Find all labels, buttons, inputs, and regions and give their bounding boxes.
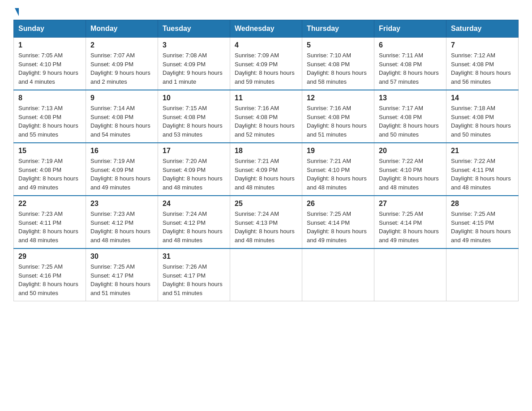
calendar-cell: 19Sunrise: 7:21 AMSunset: 4:10 PMDayligh… <box>302 143 374 196</box>
day-info: Sunrise: 7:17 AMSunset: 4:08 PMDaylight:… <box>379 104 442 139</box>
day-info: Sunrise: 7:22 AMSunset: 4:10 PMDaylight:… <box>379 157 442 192</box>
calendar-table: SundayMondayTuesdayWednesdayThursdayFrid… <box>13 20 519 301</box>
day-number: 31 <box>163 253 225 261</box>
day-number: 11 <box>235 94 297 102</box>
calendar-cell: 12Sunrise: 7:16 AMSunset: 4:08 PMDayligh… <box>302 90 374 143</box>
calendar-cell <box>302 248 374 301</box>
calendar-week-row: 8Sunrise: 7:13 AMSunset: 4:08 PMDaylight… <box>14 90 519 143</box>
weekday-header-monday: Monday <box>86 20 158 38</box>
calendar-cell: 26Sunrise: 7:25 AMSunset: 4:14 PMDayligh… <box>302 196 374 248</box>
day-info: Sunrise: 7:23 AMSunset: 4:11 PMDaylight:… <box>18 210 81 244</box>
calendar-cell: 10Sunrise: 7:15 AMSunset: 4:08 PMDayligh… <box>158 90 230 143</box>
day-number: 28 <box>451 200 514 208</box>
calendar-cell: 11Sunrise: 7:16 AMSunset: 4:08 PMDayligh… <box>230 90 302 143</box>
calendar-cell: 4Sunrise: 7:09 AMSunset: 4:09 PMDaylight… <box>230 38 302 90</box>
day-info: Sunrise: 7:16 AMSunset: 4:08 PMDaylight:… <box>235 104 297 139</box>
day-info: Sunrise: 7:19 AMSunset: 4:09 PMDaylight:… <box>90 157 153 192</box>
day-number: 6 <box>379 41 442 49</box>
calendar-cell: 2Sunrise: 7:07 AMSunset: 4:09 PMDaylight… <box>86 38 158 90</box>
calendar-cell: 9Sunrise: 7:14 AMSunset: 4:08 PMDaylight… <box>86 90 158 143</box>
calendar-cell: 27Sunrise: 7:25 AMSunset: 4:14 PMDayligh… <box>374 196 446 248</box>
day-number: 27 <box>379 200 442 208</box>
day-info: Sunrise: 7:21 AMSunset: 4:10 PMDaylight:… <box>307 157 369 192</box>
day-info: Sunrise: 7:14 AMSunset: 4:08 PMDaylight:… <box>90 104 153 139</box>
day-info: Sunrise: 7:08 AMSunset: 4:09 PMDaylight:… <box>163 51 225 86</box>
day-number: 23 <box>90 200 153 208</box>
day-info: Sunrise: 7:25 AMSunset: 4:16 PMDaylight:… <box>18 262 81 297</box>
calendar-cell: 13Sunrise: 7:17 AMSunset: 4:08 PMDayligh… <box>374 90 446 143</box>
day-info: Sunrise: 7:19 AMSunset: 4:08 PMDaylight:… <box>18 157 81 192</box>
calendar-cell: 28Sunrise: 7:25 AMSunset: 4:15 PMDayligh… <box>446 196 519 248</box>
calendar-cell: 31Sunrise: 7:26 AMSunset: 4:17 PMDayligh… <box>158 248 230 301</box>
day-number: 4 <box>235 41 297 49</box>
day-number: 14 <box>451 94 514 102</box>
day-number: 1 <box>18 41 81 49</box>
weekday-header-sunday: Sunday <box>14 20 86 38</box>
day-info: Sunrise: 7:09 AMSunset: 4:09 PMDaylight:… <box>235 51 297 86</box>
day-info: Sunrise: 7:25 AMSunset: 4:17 PMDaylight:… <box>90 262 153 297</box>
day-info: Sunrise: 7:26 AMSunset: 4:17 PMDaylight:… <box>163 262 225 297</box>
day-number: 18 <box>235 147 297 155</box>
calendar-week-row: 22Sunrise: 7:23 AMSunset: 4:11 PMDayligh… <box>14 196 519 248</box>
day-info: Sunrise: 7:24 AMSunset: 4:12 PMDaylight:… <box>163 210 225 244</box>
day-number: 17 <box>163 147 225 155</box>
weekday-header-friday: Friday <box>374 20 446 38</box>
day-info: Sunrise: 7:22 AMSunset: 4:11 PMDaylight:… <box>451 157 514 192</box>
calendar-cell: 22Sunrise: 7:23 AMSunset: 4:11 PMDayligh… <box>14 196 86 248</box>
day-info: Sunrise: 7:05 AMSunset: 4:10 PMDaylight:… <box>18 51 81 86</box>
calendar-cell: 3Sunrise: 7:08 AMSunset: 4:09 PMDaylight… <box>158 38 230 90</box>
day-number: 3 <box>163 41 225 49</box>
calendar-cell: 1Sunrise: 7:05 AMSunset: 4:10 PMDaylight… <box>14 38 86 90</box>
calendar-cell <box>446 248 519 301</box>
calendar-cell: 20Sunrise: 7:22 AMSunset: 4:10 PMDayligh… <box>374 143 446 196</box>
calendar-cell: 5Sunrise: 7:10 AMSunset: 4:08 PMDaylight… <box>302 38 374 90</box>
calendar-cell: 23Sunrise: 7:23 AMSunset: 4:12 PMDayligh… <box>86 196 158 248</box>
calendar-cell: 30Sunrise: 7:25 AMSunset: 4:17 PMDayligh… <box>86 248 158 301</box>
day-number: 9 <box>90 94 153 102</box>
day-info: Sunrise: 7:25 AMSunset: 4:15 PMDaylight:… <box>451 210 514 244</box>
day-number: 10 <box>163 94 225 102</box>
calendar-cell: 18Sunrise: 7:21 AMSunset: 4:09 PMDayligh… <box>230 143 302 196</box>
day-info: Sunrise: 7:11 AMSunset: 4:08 PMDaylight:… <box>379 51 442 86</box>
day-number: 21 <box>451 147 514 155</box>
logo <box>13 9 19 15</box>
day-info: Sunrise: 7:12 AMSunset: 4:08 PMDaylight:… <box>451 51 514 86</box>
day-info: Sunrise: 7:10 AMSunset: 4:08 PMDaylight:… <box>307 51 369 86</box>
day-info: Sunrise: 7:13 AMSunset: 4:08 PMDaylight:… <box>18 104 81 139</box>
day-number: 12 <box>307 94 369 102</box>
calendar-cell: 24Sunrise: 7:24 AMSunset: 4:12 PMDayligh… <box>158 196 230 248</box>
day-number: 19 <box>307 147 369 155</box>
day-number: 8 <box>18 94 81 102</box>
day-info: Sunrise: 7:21 AMSunset: 4:09 PMDaylight:… <box>235 157 297 192</box>
calendar-cell <box>374 248 446 301</box>
calendar-cell: 14Sunrise: 7:18 AMSunset: 4:08 PMDayligh… <box>446 90 519 143</box>
weekday-header-saturday: Saturday <box>446 20 519 38</box>
day-info: Sunrise: 7:18 AMSunset: 4:08 PMDaylight:… <box>451 104 514 139</box>
day-number: 5 <box>307 41 369 49</box>
day-number: 26 <box>307 200 369 208</box>
day-number: 2 <box>90 41 153 49</box>
calendar-cell: 6Sunrise: 7:11 AMSunset: 4:08 PMDaylight… <box>374 38 446 90</box>
day-info: Sunrise: 7:15 AMSunset: 4:08 PMDaylight:… <box>163 104 225 139</box>
day-info: Sunrise: 7:25 AMSunset: 4:14 PMDaylight:… <box>379 210 442 244</box>
logo-arrow-icon <box>15 8 19 16</box>
calendar-week-row: 29Sunrise: 7:25 AMSunset: 4:16 PMDayligh… <box>14 248 519 301</box>
day-number: 16 <box>90 147 153 155</box>
day-info: Sunrise: 7:16 AMSunset: 4:08 PMDaylight:… <box>307 104 369 139</box>
page-header <box>13 9 519 15</box>
day-number: 15 <box>18 147 81 155</box>
day-info: Sunrise: 7:23 AMSunset: 4:12 PMDaylight:… <box>90 210 153 244</box>
day-number: 25 <box>235 200 297 208</box>
calendar-cell <box>230 248 302 301</box>
weekday-header-tuesday: Tuesday <box>158 20 230 38</box>
day-info: Sunrise: 7:24 AMSunset: 4:13 PMDaylight:… <box>235 210 297 244</box>
day-info: Sunrise: 7:20 AMSunset: 4:09 PMDaylight:… <box>163 157 225 192</box>
day-number: 7 <box>451 41 514 49</box>
calendar-cell: 25Sunrise: 7:24 AMSunset: 4:13 PMDayligh… <box>230 196 302 248</box>
day-number: 24 <box>163 200 225 208</box>
day-info: Sunrise: 7:07 AMSunset: 4:09 PMDaylight:… <box>90 51 153 86</box>
day-number: 13 <box>379 94 442 102</box>
weekday-header-row: SundayMondayTuesdayWednesdayThursdayFrid… <box>14 20 519 38</box>
day-info: Sunrise: 7:25 AMSunset: 4:14 PMDaylight:… <box>307 210 369 244</box>
calendar-cell: 8Sunrise: 7:13 AMSunset: 4:08 PMDaylight… <box>14 90 86 143</box>
